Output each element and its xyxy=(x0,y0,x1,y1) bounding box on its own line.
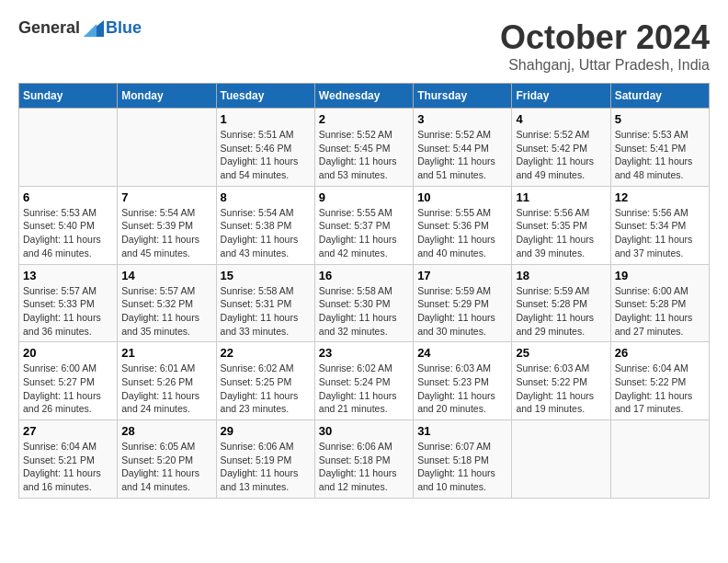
day-number: 6 xyxy=(23,190,113,204)
day-info: Sunrise: 5:55 AMSunset: 5:36 PMDaylight:… xyxy=(417,206,507,260)
logo-blue-text: Blue xyxy=(106,18,142,38)
day-info: Sunrise: 5:59 AMSunset: 5:29 PMDaylight:… xyxy=(417,284,507,339)
day-info: Sunrise: 5:53 AMSunset: 5:41 PMDaylight:… xyxy=(615,128,705,182)
logo-icon xyxy=(84,20,104,37)
day-info: Sunrise: 5:57 AMSunset: 5:32 PMDaylight:… xyxy=(121,284,211,339)
calendar-cell: 12Sunrise: 5:56 AMSunset: 5:34 PMDayligh… xyxy=(610,186,709,264)
day-info: Sunrise: 5:58 AMSunset: 5:31 PMDaylight:… xyxy=(221,284,311,339)
day-info: Sunrise: 6:06 AMSunset: 5:19 PMDaylight:… xyxy=(221,440,311,494)
day-number: 31 xyxy=(417,424,507,438)
calendar-cell: 22Sunrise: 6:02 AMSunset: 5:25 PMDayligh… xyxy=(216,342,314,420)
weekday-header-thursday: Thursday xyxy=(414,84,512,109)
day-info: Sunrise: 5:54 AMSunset: 5:38 PMDaylight:… xyxy=(221,206,311,260)
calendar-cell: 21Sunrise: 6:01 AMSunset: 5:26 PMDayligh… xyxy=(118,342,216,420)
day-info: Sunrise: 5:56 AMSunset: 5:35 PMDaylight:… xyxy=(516,206,606,260)
day-info: Sunrise: 6:02 AMSunset: 5:25 PMDaylight:… xyxy=(221,362,311,416)
location-title: Shahganj, Uttar Pradesh, India xyxy=(500,57,710,74)
logo-general-text: General xyxy=(18,18,80,38)
day-info: Sunrise: 5:53 AMSunset: 5:40 PMDaylight:… xyxy=(23,206,113,260)
calendar-week-row: 13Sunrise: 5:57 AMSunset: 5:33 PMDayligh… xyxy=(19,264,710,342)
calendar-cell: 25Sunrise: 6:03 AMSunset: 5:22 PMDayligh… xyxy=(512,342,610,420)
calendar-cell xyxy=(610,420,709,499)
calendar-cell: 29Sunrise: 6:06 AMSunset: 5:19 PMDayligh… xyxy=(216,420,314,499)
day-info: Sunrise: 6:05 AMSunset: 5:20 PMDaylight:… xyxy=(121,440,211,494)
calendar-cell: 9Sunrise: 5:55 AMSunset: 5:37 PMDaylight… xyxy=(314,186,413,264)
calendar-cell: 6Sunrise: 5:53 AMSunset: 5:40 PMDaylight… xyxy=(19,186,118,264)
day-info: Sunrise: 5:54 AMSunset: 5:39 PMDaylight:… xyxy=(121,206,211,260)
day-number: 16 xyxy=(319,269,409,282)
calendar-cell: 26Sunrise: 6:04 AMSunset: 5:22 PMDayligh… xyxy=(610,342,709,420)
month-title: October 2024 xyxy=(500,18,710,57)
day-info: Sunrise: 5:52 AMSunset: 5:45 PMDaylight:… xyxy=(319,128,409,182)
weekday-header-sunday: Sunday xyxy=(19,84,118,109)
day-info: Sunrise: 5:52 AMSunset: 5:44 PMDaylight:… xyxy=(417,128,507,182)
day-number: 10 xyxy=(417,190,507,204)
day-number: 18 xyxy=(516,269,606,282)
calendar-table: SundayMondayTuesdayWednesdayThursdayFrid… xyxy=(18,83,710,499)
day-info: Sunrise: 5:55 AMSunset: 5:37 PMDaylight:… xyxy=(319,206,409,260)
day-number: 24 xyxy=(417,346,507,360)
day-info: Sunrise: 6:02 AMSunset: 5:24 PMDaylight:… xyxy=(319,362,409,416)
day-info: Sunrise: 6:04 AMSunset: 5:22 PMDaylight:… xyxy=(615,362,705,416)
calendar-cell: 23Sunrise: 6:02 AMSunset: 5:24 PMDayligh… xyxy=(314,342,413,420)
calendar-cell: 3Sunrise: 5:52 AMSunset: 5:44 PMDaylight… xyxy=(414,109,512,187)
calendar-cell xyxy=(512,420,610,499)
calendar-cell: 28Sunrise: 6:05 AMSunset: 5:20 PMDayligh… xyxy=(118,420,216,499)
calendar-cell: 27Sunrise: 6:04 AMSunset: 5:21 PMDayligh… xyxy=(19,420,118,499)
calendar-cell: 1Sunrise: 5:51 AMSunset: 5:46 PMDaylight… xyxy=(216,109,314,187)
day-number: 28 xyxy=(121,424,211,438)
day-info: Sunrise: 5:56 AMSunset: 5:34 PMDaylight:… xyxy=(615,206,705,260)
day-number: 9 xyxy=(319,190,409,204)
day-number: 29 xyxy=(221,424,311,438)
day-number: 15 xyxy=(221,269,311,282)
day-number: 22 xyxy=(221,346,311,360)
day-info: Sunrise: 6:06 AMSunset: 5:18 PMDaylight:… xyxy=(319,440,409,494)
day-number: 17 xyxy=(417,269,507,282)
day-info: Sunrise: 6:01 AMSunset: 5:26 PMDaylight:… xyxy=(121,362,211,416)
calendar-cell: 16Sunrise: 5:58 AMSunset: 5:30 PMDayligh… xyxy=(314,264,413,342)
weekday-header-wednesday: Wednesday xyxy=(314,84,413,109)
weekday-header-friday: Friday xyxy=(512,84,610,109)
calendar-cell: 20Sunrise: 6:00 AMSunset: 5:27 PMDayligh… xyxy=(19,342,118,420)
day-number: 13 xyxy=(23,269,113,282)
calendar-week-row: 6Sunrise: 5:53 AMSunset: 5:40 PMDaylight… xyxy=(19,186,710,264)
calendar-cell: 11Sunrise: 5:56 AMSunset: 5:35 PMDayligh… xyxy=(512,186,610,264)
calendar-cell: 15Sunrise: 5:58 AMSunset: 5:31 PMDayligh… xyxy=(216,264,314,342)
day-info: Sunrise: 6:07 AMSunset: 5:18 PMDaylight:… xyxy=(417,440,507,494)
day-info: Sunrise: 5:52 AMSunset: 5:42 PMDaylight:… xyxy=(516,128,606,182)
weekday-header-monday: Monday xyxy=(118,84,216,109)
day-info: Sunrise: 5:51 AMSunset: 5:46 PMDaylight:… xyxy=(221,128,311,182)
calendar-cell: 4Sunrise: 5:52 AMSunset: 5:42 PMDaylight… xyxy=(512,109,610,187)
day-info: Sunrise: 5:57 AMSunset: 5:33 PMDaylight:… xyxy=(23,284,113,339)
day-number: 30 xyxy=(319,424,409,438)
calendar-cell: 14Sunrise: 5:57 AMSunset: 5:32 PMDayligh… xyxy=(118,264,216,342)
calendar-cell: 30Sunrise: 6:06 AMSunset: 5:18 PMDayligh… xyxy=(314,420,413,499)
day-number: 14 xyxy=(121,269,211,282)
day-number: 3 xyxy=(417,112,507,126)
day-number: 23 xyxy=(319,346,409,360)
calendar-week-row: 1Sunrise: 5:51 AMSunset: 5:46 PMDaylight… xyxy=(19,109,710,187)
day-info: Sunrise: 5:59 AMSunset: 5:28 PMDaylight:… xyxy=(516,284,606,339)
day-info: Sunrise: 6:00 AMSunset: 5:27 PMDaylight:… xyxy=(23,362,113,416)
day-number: 2 xyxy=(319,112,409,126)
day-number: 12 xyxy=(615,190,705,204)
day-info: Sunrise: 6:03 AMSunset: 5:22 PMDaylight:… xyxy=(516,362,606,416)
day-number: 1 xyxy=(221,112,311,126)
calendar-cell: 31Sunrise: 6:07 AMSunset: 5:18 PMDayligh… xyxy=(414,420,512,499)
calendar-cell: 13Sunrise: 5:57 AMSunset: 5:33 PMDayligh… xyxy=(19,264,118,342)
logo: General Blue xyxy=(18,18,142,38)
day-number: 8 xyxy=(221,190,311,204)
day-number: 25 xyxy=(516,346,606,360)
day-number: 5 xyxy=(615,112,705,126)
calendar-week-row: 27Sunrise: 6:04 AMSunset: 5:21 PMDayligh… xyxy=(19,420,710,499)
calendar-cell: 7Sunrise: 5:54 AMSunset: 5:39 PMDaylight… xyxy=(118,186,216,264)
day-info: Sunrise: 6:04 AMSunset: 5:21 PMDaylight:… xyxy=(23,440,113,494)
day-number: 7 xyxy=(121,190,211,204)
calendar-header-row: SundayMondayTuesdayWednesdayThursdayFrid… xyxy=(19,84,710,109)
day-number: 21 xyxy=(121,346,211,360)
day-number: 26 xyxy=(615,346,705,360)
day-number: 4 xyxy=(516,112,606,126)
calendar-cell xyxy=(118,109,216,187)
calendar-cell: 8Sunrise: 5:54 AMSunset: 5:38 PMDaylight… xyxy=(216,186,314,264)
calendar-cell: 5Sunrise: 5:53 AMSunset: 5:41 PMDaylight… xyxy=(610,109,709,187)
